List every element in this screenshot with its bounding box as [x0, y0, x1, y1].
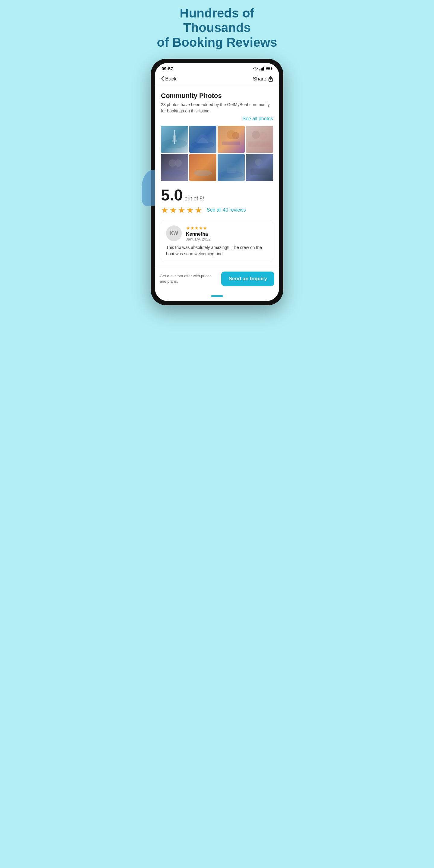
review-card: KW ★★★★★ Kennetha January, 2022 This tri… [161, 220, 273, 262]
svg-rect-28 [250, 168, 269, 176]
custom-offer-text: Get a custom offer with prices and plans… [160, 273, 218, 284]
reviewer-avatar: KW [166, 225, 182, 241]
svg-point-22 [194, 170, 212, 176]
see-all-reviews-link[interactable]: See all 40 reviews [207, 207, 246, 213]
share-icon [268, 76, 273, 82]
photo-2[interactable] [189, 126, 216, 153]
headline-line2: of Booking Reviews [157, 35, 277, 50]
back-label: Back [165, 76, 177, 82]
star-2: ★ [169, 205, 177, 215]
svg-point-27 [259, 159, 267, 167]
rating-of: out of 5! [184, 195, 204, 202]
nav-bar: Back Share [155, 73, 279, 86]
stars-row: ★ ★ ★ ★ ★ See all 40 reviews [161, 205, 273, 215]
phone-frame: 09:57 [151, 59, 283, 305]
svg-point-21 [198, 158, 208, 168]
share-label: Share [253, 76, 267, 82]
svg-rect-3 [263, 67, 264, 70]
status-bar: 09:57 [155, 63, 279, 73]
star-4: ★ [186, 205, 194, 215]
photo-6[interactable] [189, 154, 216, 181]
photo-7[interactable] [218, 154, 245, 181]
rating-row: 5.0 out of 5! [161, 187, 273, 203]
photo-5[interactable] [161, 154, 188, 181]
svg-rect-0 [259, 69, 260, 70]
star-1: ★ [161, 205, 168, 215]
community-photos-desc: 23 photos have been added by the GetMyBo… [161, 101, 273, 114]
home-bar [211, 296, 223, 297]
chevron-left-icon [161, 76, 164, 82]
photo-8[interactable] [246, 154, 273, 181]
review-header: KW ★★★★★ Kennetha January, 2022 [166, 225, 268, 241]
signal-icon [259, 67, 264, 70]
review-text: This trip was absolutely amazing!!! The … [166, 244, 268, 257]
see-all-photos-link[interactable]: See all photos [161, 116, 273, 121]
svg-point-13 [232, 132, 239, 139]
svg-rect-5 [272, 68, 273, 69]
svg-point-16 [259, 131, 267, 140]
svg-point-19 [175, 159, 182, 167]
community-photos-title: Community Photos [161, 92, 273, 100]
svg-rect-6 [266, 67, 270, 70]
star-3: ★ [178, 205, 185, 215]
svg-rect-14 [222, 141, 240, 145]
bottom-bar: Get a custom offer with prices and plans… [155, 267, 279, 290]
scroll-content: Community Photos 23 photos have been add… [155, 86, 279, 267]
reviewer-info: ★★★★★ Kennetha January, 2022 [186, 225, 210, 241]
headline-line1: Hundreds of Thousands [180, 6, 254, 35]
page-headline: Hundreds of Thousands of Booking Reviews [142, 6, 292, 50]
inquiry-button[interactable]: Send an Inquiry [221, 272, 274, 286]
reviewer-name: Kennetha [186, 231, 210, 237]
star-5: ★ [195, 205, 202, 215]
status-time: 09:57 [161, 66, 173, 71]
photo-grid [161, 126, 273, 181]
photo-4[interactable] [246, 126, 273, 153]
share-button[interactable]: Share [253, 76, 273, 82]
photo-1[interactable] [161, 126, 188, 153]
photo-3[interactable] [218, 126, 245, 153]
wifi-icon [253, 67, 258, 70]
battery-icon [266, 67, 273, 70]
svg-rect-1 [261, 68, 261, 70]
reviewer-date: January, 2022 [186, 237, 210, 241]
svg-rect-17 [248, 141, 271, 147]
status-icons [253, 67, 273, 70]
svg-rect-25 [227, 167, 236, 173]
rating-left: 5.0 out of 5! [161, 187, 204, 203]
svg-point-20 [163, 170, 186, 176]
svg-point-15 [252, 130, 260, 138]
svg-rect-2 [262, 67, 263, 70]
rating-number: 5.0 [161, 187, 183, 203]
reviewer-stars: ★★★★★ [186, 225, 210, 231]
phone-screen: 09:57 [155, 63, 279, 301]
home-indicator [155, 290, 279, 301]
back-button[interactable]: Back [161, 76, 177, 82]
